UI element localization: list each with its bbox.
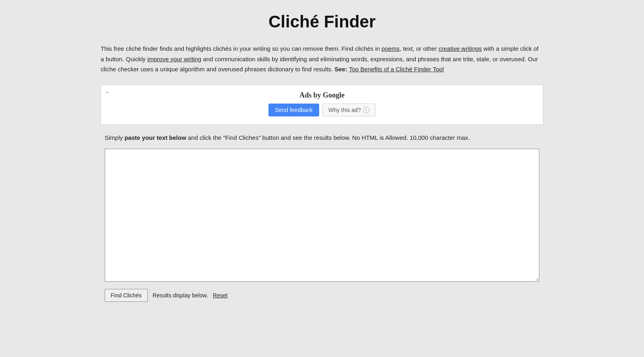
- improve-writing-link[interactable]: improve your writing: [147, 56, 201, 62]
- find-cliches-button[interactable]: Find Clichés: [105, 289, 148, 302]
- why-this-ad-button[interactable]: Why this ad? i: [322, 104, 376, 116]
- why-this-ad-label: Why this ad?: [328, 107, 361, 113]
- ad-container: ← Ads by Google Send feedback Why this a…: [101, 85, 543, 125]
- text-input[interactable]: [105, 149, 539, 282]
- bottom-controls: Find Clichés Results display below. Rese…: [105, 289, 539, 302]
- top-benefits-link[interactable]: Top Benefits of a Cliché Finder Tool: [349, 66, 444, 73]
- see-label: See:: [334, 66, 349, 73]
- description: This free cliché finder finds and highli…: [101, 44, 543, 75]
- google-logo-text: Google: [323, 91, 345, 99]
- page-wrapper: Cliché Finder This free cliché finder fi…: [101, 12, 543, 302]
- instruction-plain: Simply: [105, 134, 124, 141]
- instruction-text: Simply paste your text below and click t…: [105, 133, 539, 143]
- send-feedback-button[interactable]: Send feedback: [268, 104, 319, 116]
- desc-text-1: This free cliché finder finds and highli…: [101, 45, 382, 52]
- page-title: Cliché Finder: [101, 12, 543, 31]
- ads-by-label: Ads by: [299, 91, 323, 99]
- instruction-rest: and click the "Find Cliches" button and …: [186, 134, 470, 141]
- info-icon: i: [363, 107, 369, 113]
- ads-by-google: Ads by Google: [109, 91, 535, 100]
- poems-link[interactable]: poems: [382, 45, 400, 52]
- ad-buttons: Send feedback Why this ad? i: [109, 104, 535, 116]
- desc-text-2: , text, or other: [400, 45, 439, 52]
- results-display-text: Results display below.: [153, 292, 208, 299]
- back-arrow-icon[interactable]: ←: [105, 89, 111, 95]
- main-content: Simply paste your text below and click t…: [101, 133, 543, 302]
- reset-button[interactable]: Reset: [213, 292, 228, 299]
- creative-writings-link[interactable]: creative writings: [439, 45, 482, 52]
- instruction-bold: paste your text below: [124, 134, 186, 141]
